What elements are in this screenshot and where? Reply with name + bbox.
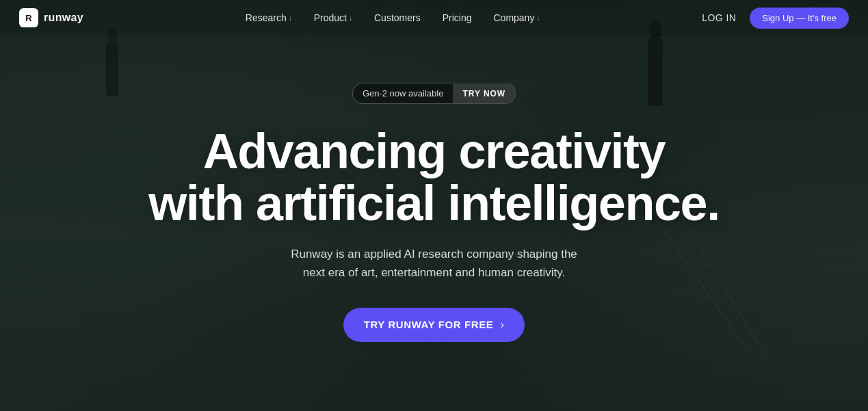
- nav-links: Research ↓ Product ↓ Customers Pricing C…: [246, 12, 540, 23]
- gen2-badge-text: Gen-2 now available: [353, 83, 453, 103]
- nav-link-pricing[interactable]: Pricing: [443, 12, 472, 23]
- nav-link-research[interactable]: Research ↓: [246, 12, 292, 23]
- chevron-down-icon: ↓: [536, 14, 540, 22]
- nav-actions: LOG IN Sign Up — It's free: [702, 8, 849, 29]
- nav-link-company[interactable]: Company ↓: [493, 12, 540, 23]
- hero-cta-button[interactable]: TRY RUNWAY FOR FREE ›: [343, 308, 525, 342]
- gen2-try-now-button[interactable]: TRY NOW: [453, 84, 515, 103]
- hero-subtitle: Runway is an applied AI research company…: [284, 246, 585, 282]
- cta-arrow-icon: ›: [500, 319, 504, 331]
- logo-text: runway: [44, 12, 83, 24]
- hero-content: Gen-2 now available TRY NOW Advancing cr…: [0, 0, 868, 411]
- logo-icon: R: [19, 8, 38, 27]
- signup-button[interactable]: Sign Up — It's free: [750, 8, 849, 29]
- nav-link-customers[interactable]: Customers: [374, 12, 421, 23]
- navbar: R runway Research ↓ Product ↓ Customers …: [0, 0, 868, 36]
- hero-section: R runway Research ↓ Product ↓ Customers …: [0, 0, 868, 411]
- chevron-down-icon: ↓: [349, 14, 352, 22]
- cta-label: TRY RUNWAY FOR FREE: [364, 319, 494, 330]
- logo[interactable]: R runway: [19, 8, 83, 27]
- hero-title-line1: Advancing creativity: [203, 124, 665, 178]
- gen2-announcement-badge: Gen-2 now available TRY NOW: [352, 83, 516, 104]
- hero-title-line2: with artificial intelligence.: [148, 176, 719, 230]
- chevron-down-icon: ↓: [289, 14, 292, 22]
- login-button[interactable]: LOG IN: [702, 12, 736, 23]
- nav-link-product[interactable]: Product ↓: [314, 12, 352, 23]
- hero-title: Advancing creativity with artificial int…: [148, 126, 719, 229]
